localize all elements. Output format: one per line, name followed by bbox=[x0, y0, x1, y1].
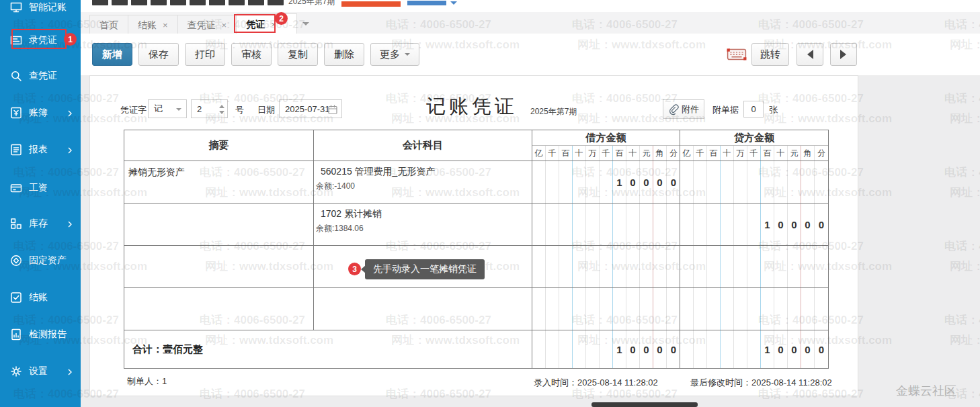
amount-digit-grid[interactable]: 10000 bbox=[532, 161, 680, 203]
amount-digit-grid[interactable] bbox=[680, 246, 828, 287]
toolbar-button-复制[interactable]: 复制 bbox=[278, 43, 318, 66]
amount-digit-grid[interactable] bbox=[532, 288, 680, 330]
credit-cell[interactable] bbox=[680, 161, 828, 203]
digit-cell bbox=[721, 330, 734, 368]
add-button[interactable]: 新增 bbox=[92, 43, 132, 66]
amount-digit-grid[interactable] bbox=[532, 246, 680, 287]
digit-cell bbox=[694, 246, 707, 287]
digit-cell bbox=[815, 288, 828, 330]
toolbar-button-保存[interactable]: 保存 bbox=[138, 43, 179, 66]
summary-cell[interactable] bbox=[124, 204, 314, 245]
sidebar-item-检测报告[interactable]: 检测报告 bbox=[0, 324, 81, 345]
digit-cell bbox=[707, 204, 721, 245]
digit-cell bbox=[546, 161, 559, 203]
tab-首页[interactable]: 首页 bbox=[89, 15, 128, 36]
next-voucher-button[interactable] bbox=[830, 43, 857, 66]
date-input[interactable]: 2025-07-31 bbox=[279, 99, 342, 118]
tab-close-icon[interactable]: × bbox=[163, 20, 168, 30]
digit-label-cell: 亿 bbox=[680, 146, 694, 161]
credit-cell[interactable] bbox=[680, 288, 828, 330]
digit-text: 0 bbox=[657, 177, 662, 188]
stepper-arrows[interactable] bbox=[219, 102, 224, 117]
sidebar-item-label: 智能记账 bbox=[29, 1, 67, 13]
sidebar-item-库存[interactable]: 库存 bbox=[0, 214, 81, 234]
tab-查凭证[interactable]: 查凭证× bbox=[178, 15, 237, 36]
voucher-number-stepper[interactable]: 2 bbox=[191, 99, 228, 118]
attachment-button[interactable]: 附件 bbox=[663, 99, 704, 119]
clipped-link-text[interactable] bbox=[407, 1, 446, 5]
attachment-count-input[interactable]: 0 bbox=[743, 101, 764, 118]
modified-time-text: 最后修改时间：2025-08-14 11:28:02 bbox=[690, 377, 832, 389]
digit-cell: 0 bbox=[653, 161, 667, 203]
tab-close-icon[interactable]: × bbox=[222, 20, 227, 30]
watermark-site-text: 网址：www.tdxsoft.com bbox=[950, 332, 980, 348]
toolbar-button-审核[interactable]: 审核 bbox=[231, 43, 272, 66]
digit-cell bbox=[815, 161, 828, 203]
calendar-icon[interactable] bbox=[327, 104, 338, 115]
voucher-word-select[interactable]: 记 bbox=[148, 99, 187, 118]
sidebar-item-设置[interactable]: 设置 bbox=[0, 361, 81, 381]
sidebar-item-智能记账[interactable]: 智能记账 bbox=[0, 0, 81, 17]
amount-digit-grid[interactable] bbox=[680, 161, 828, 203]
annotation-box-voucher-entry bbox=[11, 29, 67, 49]
table-row[interactable]: 1702 累计摊销余额:1384.0610000 bbox=[124, 204, 828, 246]
toolbar-button-label: 打印 bbox=[195, 48, 215, 61]
tabs-dropdown-caret[interactable] bbox=[302, 22, 309, 29]
toolbar-button-删除[interactable]: 删除 bbox=[324, 43, 364, 66]
table-row[interactable]: 摊销无形资产560215 管理费用_无形资产余额:-140010000 bbox=[124, 161, 828, 204]
attachment-count-label: 附单据 bbox=[712, 104, 739, 116]
inventory-icon bbox=[9, 217, 23, 230]
amount-digit-grid[interactable] bbox=[680, 288, 828, 330]
digit-cell bbox=[586, 288, 600, 330]
prev-voucher-button[interactable] bbox=[797, 43, 823, 66]
keyboard-shortcut-icon[interactable] bbox=[725, 43, 749, 66]
amount-digit-grid[interactable] bbox=[532, 204, 680, 245]
chevron-down-icon[interactable] bbox=[450, 1, 457, 8]
amount-digit-grid[interactable]: 10000 bbox=[680, 330, 828, 368]
digit-text: 0 bbox=[791, 219, 797, 230]
sidebar-item-工资[interactable]: 工资 bbox=[0, 178, 81, 198]
summary-cell[interactable]: 摊销无形资产 bbox=[124, 161, 314, 203]
voucher-word-label: 凭证字 bbox=[120, 104, 147, 116]
toolbar-button-label: 删除 bbox=[334, 48, 354, 61]
sidebar-item-固定资产[interactable]: 固定资产 bbox=[0, 251, 81, 271]
digit-cell bbox=[640, 288, 653, 330]
credit-cell[interactable]: 10000 bbox=[680, 204, 828, 245]
summary-cell[interactable] bbox=[124, 246, 314, 287]
digit-label-cell: 千 bbox=[546, 146, 559, 161]
credit-header-group: 贷方金额亿千百十万千百十元角分 bbox=[680, 130, 828, 161]
sidebar-item-报表[interactable]: 报表 bbox=[0, 140, 81, 160]
jump-button[interactable]: 跳转 bbox=[751, 43, 789, 66]
debit-cell[interactable]: 10000 bbox=[532, 161, 680, 203]
amount-digit-grid[interactable]: 10000 bbox=[680, 204, 828, 245]
toolbar-button-打印[interactable]: 打印 bbox=[185, 43, 225, 66]
digit-cell bbox=[747, 161, 761, 203]
sidebar-item-查凭证[interactable]: 查凭证 bbox=[0, 66, 81, 86]
sidebar-item-结账[interactable]: 结账 bbox=[0, 287, 81, 308]
account-cell[interactable]: 1702 累计摊销余额:1384.06 bbox=[314, 204, 532, 245]
table-row[interactable] bbox=[124, 288, 828, 330]
digit-cell bbox=[600, 161, 613, 203]
more-button[interactable]: 更多 bbox=[370, 43, 419, 66]
digit-label-cell: 十 bbox=[774, 146, 788, 161]
amount-digit-grid[interactable]: 10000 bbox=[532, 330, 680, 368]
digit-cell bbox=[747, 330, 761, 368]
debit-cell[interactable] bbox=[532, 288, 680, 330]
debit-cell[interactable] bbox=[532, 204, 680, 245]
digit-cell bbox=[747, 288, 761, 330]
sidebar-item-账簿[interactable]: 账簿 bbox=[0, 103, 81, 123]
credit-cell[interactable] bbox=[680, 246, 828, 287]
digit-cell bbox=[801, 161, 815, 203]
digit-text: 0 bbox=[630, 344, 635, 355]
tab-结账[interactable]: 结账× bbox=[128, 15, 178, 36]
account-cell[interactable]: 560215 管理费用_无形资产余额:-1400 bbox=[314, 161, 532, 203]
digit-cell bbox=[707, 246, 721, 287]
digit-cell: 0 bbox=[815, 330, 828, 368]
digit-label-cell: 十 bbox=[626, 146, 640, 161]
debit-cell[interactable] bbox=[532, 246, 680, 287]
digit-cell bbox=[600, 246, 613, 287]
digit-cell bbox=[680, 288, 694, 330]
account-cell[interactable] bbox=[314, 288, 532, 330]
debit-header: 借方金额 bbox=[532, 130, 680, 146]
summary-cell[interactable] bbox=[124, 288, 314, 330]
